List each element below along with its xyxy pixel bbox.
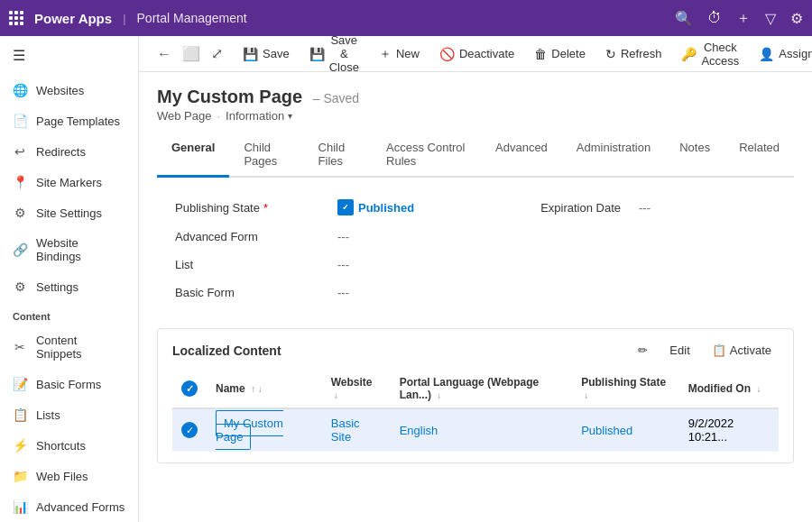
tab-access-control-rules[interactable]: Access Control Rules: [372, 133, 481, 178]
tab-related[interactable]: Related: [724, 133, 794, 178]
tab-general[interactable]: General: [157, 133, 229, 178]
row-website-link[interactable]: Basic Site: [331, 417, 360, 444]
add-icon[interactable]: ＋: [736, 9, 751, 28]
sidebar-item-redirects[interactable]: ↩ Redirects: [0, 136, 138, 167]
tab-child-pages[interactable]: Child Pages: [229, 133, 303, 178]
sidebar-item-basic-forms[interactable]: 📝 Basic Forms: [0, 369, 138, 399]
publishing-state-value[interactable]: ✓ Published: [337, 199, 414, 215]
delete-button[interactable]: 🗑 Delete: [525, 43, 595, 65]
website-column-header[interactable]: Website ↓: [322, 370, 391, 408]
browse-button[interactable]: ⬜: [179, 43, 204, 64]
row-website-cell: Basic Site: [322, 408, 391, 452]
website-sort-icon: ↓: [334, 390, 338, 400]
name-sort-icon: ↑ ↓: [251, 384, 263, 394]
language-sort-icon: ↓: [437, 390, 441, 400]
publishing-state-column-header[interactable]: Publishing State ↓: [572, 370, 679, 408]
publishing-state-row: Publishing State * ✓ Published Expiratio…: [157, 192, 794, 223]
sidebar-hamburger[interactable]: ☰: [0, 36, 138, 75]
save-button[interactable]: 💾 Save: [234, 43, 299, 65]
back-button[interactable]: ←: [153, 44, 175, 64]
site-settings-icon: ⚙: [13, 206, 27, 220]
sidebar-label-website-bindings: Website Bindings: [36, 236, 125, 263]
sidebar-label-basic-forms: Basic Forms: [36, 378, 101, 391]
table-row[interactable]: ✓ My Custom Page Basic Site English: [172, 408, 779, 452]
row-checkbox[interactable]: ✓: [181, 422, 198, 438]
filter-icon[interactable]: ▽: [765, 10, 776, 27]
list-row: List ---: [157, 251, 794, 279]
form-section: Publishing State * ✓ Published Expiratio…: [157, 178, 794, 321]
name-column-header[interactable]: Name ↑ ↓: [207, 370, 322, 408]
sidebar-item-websites[interactable]: 🌐 Websites: [0, 75, 138, 105]
form-type-dropdown[interactable]: Information ▾: [226, 109, 292, 123]
activate-label: Activate: [730, 343, 771, 357]
sidebar-item-site-settings[interactable]: ⚙ Site Settings: [0, 197, 138, 228]
tab-administration[interactable]: Administration: [562, 133, 665, 178]
activate-icon: 📋: [712, 343, 726, 357]
localized-actions: ✏ Edit 📋 Activate: [631, 340, 779, 361]
advanced-form-row: Advanced Form ---: [157, 223, 794, 251]
sidebar-label-advanced-forms: Advanced Forms: [36, 500, 125, 514]
check-access-button[interactable]: 🔑 Check Access: [672, 37, 748, 71]
advanced-forms-icon: 📊: [13, 499, 27, 514]
edit-pen-button[interactable]: ✏: [631, 340, 655, 361]
expiration-group: Expiration Date ---: [540, 201, 651, 215]
sidebar-item-lists[interactable]: 📋 Lists: [0, 399, 138, 430]
tab-child-files[interactable]: Child Files: [304, 133, 372, 178]
edit-button[interactable]: Edit: [662, 340, 697, 361]
assign-button[interactable]: 👤 Assign: [750, 43, 812, 65]
history-icon[interactable]: ⏱: [707, 10, 722, 26]
edit-pen-icon: ✏: [638, 343, 648, 357]
page-subtitle: Web Page · Information ▾: [157, 109, 794, 123]
sidebar-label-shortcuts: Shortcuts: [36, 439, 86, 453]
row-name-link[interactable]: My Custom Page: [216, 410, 283, 450]
new-icon: ＋: [379, 46, 392, 62]
website-bindings-icon: 🔗: [13, 243, 27, 257]
sidebar-item-shortcuts[interactable]: ⚡ Shortcuts: [0, 430, 138, 461]
sidebar-item-advanced-forms[interactable]: 📊 Advanced Forms: [0, 491, 138, 522]
command-bar: ← ⬜ ⤢ 💾 Save 💾 Save & Close ＋ New 🚫 Deac…: [139, 36, 812, 72]
row-language-link[interactable]: English: [400, 424, 438, 437]
basic-form-label: Basic Form: [175, 286, 319, 299]
app-grid-icon[interactable]: [9, 11, 23, 25]
row-publishing-state-link[interactable]: Published: [581, 424, 632, 437]
detach-button[interactable]: ⤢: [208, 43, 226, 64]
page-title: My Custom Page: [157, 87, 302, 106]
modified-on-sort-icon: ↓: [756, 384, 761, 394]
new-button[interactable]: ＋ New: [370, 42, 429, 66]
tab-notes[interactable]: Notes: [665, 133, 724, 178]
redirects-icon: ↩: [13, 144, 27, 159]
sidebar-item-web-files[interactable]: 📁 Web Files: [0, 461, 138, 491]
edit-label: Edit: [669, 343, 689, 357]
sidebar-item-settings[interactable]: ⚙ Settings: [0, 271, 138, 302]
deactivate-button[interactable]: 🚫 Deactivate: [430, 43, 523, 65]
activate-button[interactable]: 📋 Activate: [705, 340, 779, 361]
row-name-cell[interactable]: My Custom Page: [207, 408, 322, 452]
language-column-header[interactable]: Portal Language (Webpage Lan...) ↓: [391, 370, 573, 408]
list-value: ---: [337, 258, 349, 271]
app-name[interactable]: Power Apps: [34, 11, 112, 26]
sidebar-label-settings: Settings: [36, 280, 78, 294]
module-name: Portal Management: [137, 11, 247, 25]
nav-buttons: ← ⬜ ⤢: [148, 43, 232, 64]
content-area: ← ⬜ ⤢ 💾 Save 💾 Save & Close ＋ New 🚫 Deac…: [139, 36, 812, 522]
sidebar-item-content-snippets[interactable]: ✂ Content Snippets: [0, 325, 138, 369]
select-all-header[interactable]: ✓: [172, 370, 207, 408]
top-nav: Power Apps | Portal Management 🔍 ⏱ ＋ ▽ ⚙: [0, 0, 812, 36]
row-checkbox-cell[interactable]: ✓: [172, 408, 207, 452]
expiration-date-value: ---: [639, 201, 651, 215]
form-type-label: Information: [226, 109, 284, 123]
tab-advanced[interactable]: Advanced: [481, 133, 562, 178]
localized-header: Localized Content ✏ Edit 📋 Activate: [172, 340, 779, 361]
refresh-button[interactable]: ↻ Refresh: [596, 43, 671, 65]
sidebar-label-websites: Websites: [36, 84, 84, 97]
localized-title: Localized Content: [172, 343, 631, 358]
sidebar-item-site-markers[interactable]: 📍 Site Markers: [0, 167, 138, 197]
save-icon: 💾: [243, 47, 258, 61]
sidebar-label-page-templates: Page Templates: [36, 114, 120, 128]
select-all-checkbox[interactable]: ✓: [181, 380, 198, 397]
search-icon[interactable]: 🔍: [675, 10, 693, 27]
settings-icon[interactable]: ⚙: [790, 10, 803, 27]
modified-on-column-header[interactable]: Modified On ↓: [679, 370, 779, 408]
sidebar-item-website-bindings[interactable]: 🔗 Website Bindings: [0, 228, 138, 271]
sidebar-item-page-templates[interactable]: 📄 Page Templates: [0, 105, 138, 136]
